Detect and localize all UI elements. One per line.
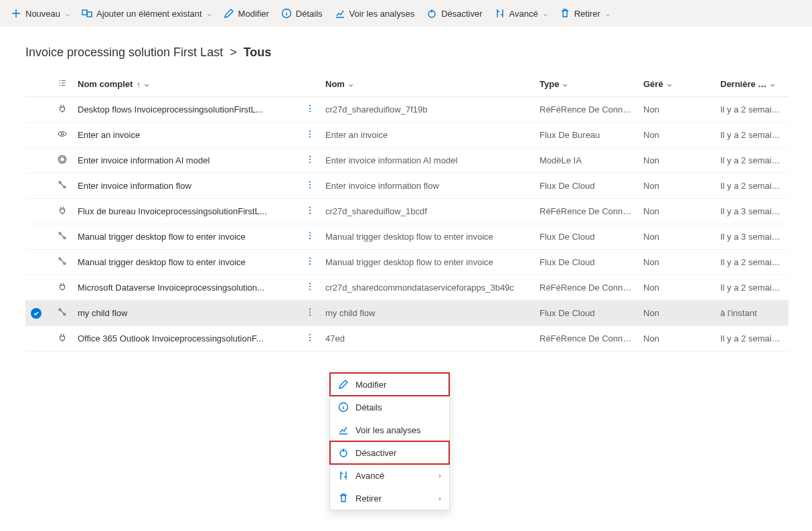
cell-name: Manual trigger desktop flow to enter inv…	[320, 224, 534, 250]
svg-point-16	[309, 207, 311, 208]
disable-button[interactable]: Désactiver	[426, 8, 482, 19]
svg-point-27	[309, 289, 311, 290]
selected-check-icon[interactable]	[31, 308, 42, 319]
svg-point-22	[309, 258, 311, 259]
cell-displayname[interactable]: Manual trigger desktop flow to enter inv…	[72, 250, 300, 275]
table-row[interactable]: Enter an invoiceEnter an invoiceFlux De …	[25, 123, 789, 148]
remove-button[interactable]: Retirer ⌵	[560, 8, 610, 19]
table-row[interactable]: Microsoft Dataverse Invoiceprocessingsol…	[25, 275, 789, 301]
row-more-button[interactable]	[305, 256, 315, 266]
chevron-down-icon: ⌵	[770, 80, 775, 88]
cell-displayname[interactable]: Manual trigger desktop flow to enter inv…	[72, 224, 300, 250]
svg-point-21	[309, 238, 311, 239]
eye-icon	[58, 129, 67, 139]
breadcrumb-separator: >	[230, 46, 237, 60]
row-more-button[interactable]	[305, 282, 315, 291]
row-more-button[interactable]	[305, 129, 315, 139]
row-more-button[interactable]	[305, 333, 315, 342]
cell-type: ModèLe IA	[534, 148, 638, 173]
svg-point-10	[309, 156, 311, 157]
edit-button[interactable]: Modifier	[224, 8, 269, 19]
cell-displayname[interactable]: Desktop flows InvoiceprocessingsolutionF…	[72, 97, 300, 123]
svg-point-13	[309, 181, 311, 183]
cell-name: cr27d_shareduiflow_1bcdf	[320, 199, 534, 224]
pencil-icon	[224, 8, 234, 19]
column-icon-header[interactable]	[52, 72, 72, 97]
advanced-button[interactable]: Avancé ⌵	[495, 8, 548, 19]
new-button[interactable]: Nouveau ⌵	[11, 8, 70, 19]
chevron-down-icon: ⌵	[606, 10, 610, 17]
row-more-button[interactable]	[305, 206, 315, 215]
sliders-icon	[495, 8, 505, 19]
cell-displayname[interactable]: Flux de bureau Invoiceprocessingsolution…	[72, 199, 300, 224]
new-label: Nouveau	[25, 9, 60, 19]
svg-point-23	[309, 260, 311, 262]
cell-name: Enter an invoice	[320, 123, 534, 148]
svg-point-33	[309, 339, 311, 341]
cell-displayname[interactable]: my child flow	[72, 301, 300, 326]
cell-managed: Non	[638, 250, 715, 275]
cell-type: Flux De Cloud	[534, 173, 638, 199]
analytics-label: Voir les analyses	[349, 9, 415, 19]
row-more-button[interactable]	[305, 231, 315, 240]
table-row[interactable]: Flux de bureau Invoiceprocessingsolution…	[25, 199, 789, 224]
cell-name: cr27d_shareduiflow_7f19b	[320, 97, 534, 123]
cell-displayname[interactable]: Microsoft Dataverse Invoiceprocessingsol…	[72, 275, 300, 301]
column-name[interactable]: Nom⌵	[320, 72, 534, 97]
row-more-button[interactable]	[305, 307, 315, 317]
chevron-down-icon: ⌵	[145, 80, 149, 88]
svg-rect-1	[87, 12, 92, 17]
row-more-button[interactable]	[305, 104, 315, 113]
column-type[interactable]: Type⌵	[534, 72, 638, 97]
info-icon	[281, 8, 292, 19]
chevron-down-icon: ⌵	[66, 10, 70, 17]
table-row[interactable]: Desktop flows InvoiceprocessingsolutionF…	[25, 97, 789, 123]
details-button[interactable]: Détails	[281, 8, 323, 19]
disable-label: Désactiver	[441, 9, 482, 19]
svg-point-24	[309, 263, 311, 264]
cell-type: Flux De Cloud	[534, 301, 638, 326]
row-more-button[interactable]	[305, 180, 315, 189]
cell-modified: Il y a 2 semaines	[715, 173, 789, 199]
ai-icon	[58, 155, 67, 164]
table-row[interactable]: Manual trigger desktop flow to enter inv…	[25, 250, 789, 275]
cell-type: Flux De Bureau	[534, 123, 638, 148]
cell-modified: Il y a 2 semaines	[715, 250, 789, 275]
cloudflow-icon	[58, 231, 67, 240]
plus-icon	[11, 8, 21, 19]
cell-modified: à l'instant	[715, 301, 789, 326]
column-displayname[interactable]: Nom complet↑⌵	[72, 72, 300, 97]
table-row[interactable]: Enter invoice information flowEnter invo…	[25, 173, 789, 199]
table-row[interactable]: my child flowmy child flowFlux De CloudN…	[25, 301, 789, 326]
cell-type: Flux De Cloud	[534, 224, 638, 250]
cell-managed: Non	[638, 275, 715, 301]
svg-point-30	[309, 314, 311, 315]
column-modified[interactable]: Dernière …⌵	[715, 72, 789, 97]
cell-displayname[interactable]: Office 365 Outlook Invoiceprocessingsolu…	[72, 326, 300, 352]
svg-point-8	[309, 133, 311, 135]
table-row[interactable]: Manual trigger desktop flow to enter inv…	[25, 224, 789, 250]
cell-managed: Non	[638, 173, 715, 199]
list-icon	[58, 78, 67, 88]
chevron-down-icon: ⌵	[349, 80, 353, 88]
svg-point-9	[309, 136, 311, 137]
cell-type: RéFéRence De Connexi...	[534, 326, 638, 352]
cloudflow-icon	[58, 256, 67, 266]
edit-label: Modifier	[238, 9, 269, 19]
cell-modified: Il y a 3 semaines	[715, 224, 789, 250]
cell-displayname[interactable]: Enter an invoice	[72, 123, 300, 148]
sort-up-icon: ↑	[137, 80, 141, 88]
cell-displayname[interactable]: Enter invoice information flow	[72, 173, 300, 199]
analytics-button[interactable]: Voir les analyses	[335, 8, 415, 19]
svg-rect-0	[82, 10, 87, 15]
add-existing-button[interactable]: Ajouter un élément existant ⌵	[82, 8, 212, 19]
cell-name: 47ed	[320, 326, 534, 352]
table-row[interactable]: Enter invoice information AI modelEnter …	[25, 148, 789, 173]
row-more-button[interactable]	[305, 155, 315, 164]
column-managed[interactable]: Géré⌵	[638, 72, 715, 97]
cell-displayname[interactable]: Enter invoice information AI model	[72, 148, 300, 173]
svg-point-12	[309, 161, 311, 163]
table-row[interactable]: Office 365 Outlook Invoiceprocessingsolu…	[25, 326, 789, 352]
svg-point-11	[309, 159, 311, 160]
breadcrumb-parent[interactable]: Invoice processing solution First Last	[25, 46, 223, 60]
